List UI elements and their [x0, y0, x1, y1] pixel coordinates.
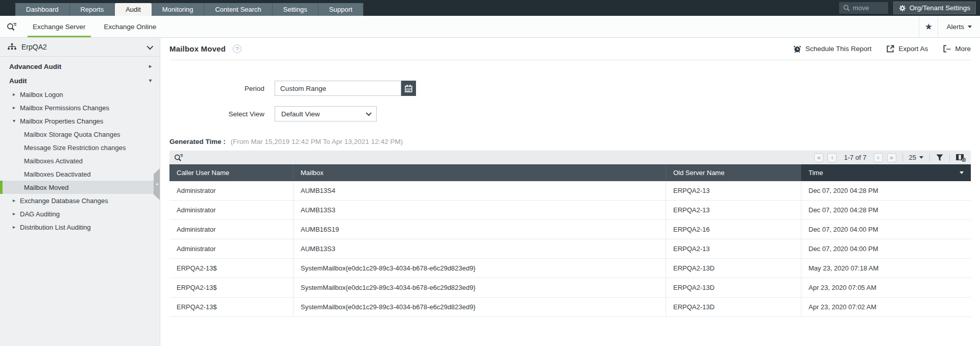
schedule-report-label: Schedule This Report — [805, 45, 872, 53]
cell-time: Dec 07, 2020 04:00 PM — [801, 220, 971, 239]
global-search-box[interactable] — [839, 2, 888, 14]
tab-label: Exchange Server — [33, 23, 86, 31]
tab-label: Reports — [81, 6, 104, 13]
tab-exchange-server[interactable]: Exchange Server — [23, 16, 95, 37]
cell-caller-user-name: ERPQA2-13$ — [169, 259, 293, 278]
sidebar-item-mailbox-moved[interactable]: Mailbox Moved — [0, 181, 160, 194]
column-chooser-button[interactable] — [956, 154, 966, 162]
cell-mailbox: AUMB16S19 — [293, 220, 666, 239]
cell-mailbox: SystemMailbox{e0dc1c29-89c3-4034-b678-e6… — [293, 298, 666, 316]
cell-caller-user-name: ERPQA2-13$ — [169, 298, 293, 316]
pagination-range: 1-7 of 7 — [844, 154, 866, 161]
cell-time: Apr 23, 2020 07:05 AM — [801, 278, 971, 297]
calendar-button[interactable] — [401, 81, 416, 96]
select-view-row: Select View Default View — [169, 106, 971, 121]
last-page-button[interactable]: » — [887, 153, 896, 162]
cell-caller-user-name: ERPQA2-13$ — [169, 278, 293, 297]
sidebar-item-label: Mailbox Properties Changes — [20, 117, 103, 125]
gear-icon — [899, 5, 906, 12]
tab-reports[interactable]: Reports — [70, 3, 115, 16]
cell-mailbox: SystemMailbox{e0dc1c29-89c3-4034-b678-e6… — [293, 259, 666, 278]
sidebar-item-exchange-database-changes[interactable]: ▸ Exchange Database Changes — [0, 194, 160, 207]
table-row[interactable]: ERPQA2-13$ SystemMailbox{e0dc1c29-89c3-4… — [169, 278, 971, 298]
table-row[interactable]: Administrator AUMB13S3 ERPQA2-13 Dec 07,… — [169, 239, 971, 259]
sidebar-item-distribution-list-auditing[interactable]: ▸ Distribution List Auditing — [0, 220, 160, 234]
chevron-left-icon: ◂ — [156, 182, 158, 186]
sidebar-item-mailbox-logon[interactable]: ▸ Mailbox Logon — [0, 88, 160, 101]
org-selector[interactable]: ErpQA2 — [0, 38, 160, 57]
tab-label: Monitoring — [162, 6, 193, 13]
org-tenant-settings-button[interactable]: Org/Tenant Settings — [893, 2, 976, 14]
page-size-dropdown[interactable]: 25 — [909, 154, 923, 161]
cell-mailbox: AUMB13S3 — [293, 239, 666, 258]
help-icon[interactable]: ? — [233, 44, 241, 53]
cell-time: Dec 07, 2020 04:00 PM — [801, 239, 971, 258]
more-label: More — [955, 45, 971, 53]
org-hierarchy-icon — [8, 43, 16, 51]
sidebar-item-mailbox-storage-quota-changes[interactable]: Mailbox Storage Quota Changes — [0, 128, 160, 141]
filter-icon — [936, 154, 943, 161]
next-page-button[interactable]: › — [874, 153, 883, 162]
cell-old-server-name: ERPQA2-13 — [666, 181, 801, 200]
table-search-button[interactable] — [174, 154, 183, 162]
sidebar-item-mailboxes-deactivated[interactable]: Mailboxes Deactivated — [0, 167, 160, 181]
sort-descending-icon[interactable] — [960, 171, 964, 174]
sidebar-item-mailbox-properties-changes[interactable]: ▾ Mailbox Properties Changes — [0, 114, 160, 128]
cell-caller-user-name: Administrator — [169, 239, 293, 258]
table-row[interactable]: Administrator AUMB13S3 ERPQA2-13 Dec 07,… — [169, 201, 971, 220]
cell-old-server-name: ERPQA2-13 — [666, 201, 801, 219]
tab-dashboard[interactable]: Dashboard — [15, 3, 70, 16]
chevron-down-icon — [147, 43, 154, 50]
sidebar-item-dag-auditing[interactable]: ▸ DAG Auditing — [0, 207, 160, 220]
sidebar-item-label: DAG Auditing — [20, 210, 60, 218]
schedule-report-button[interactable]: Schedule This Report — [793, 45, 872, 53]
topnav-right-area: Org/Tenant Settings — [839, 0, 980, 16]
column-header-label: Old Server Name — [673, 169, 724, 177]
column-header-old-server-name[interactable]: Old Server Name — [666, 164, 801, 181]
sidebar-item-message-size-restriction-changes[interactable]: Message Size Restriction changes — [0, 141, 160, 154]
top-nav-tabs: Dashboard Reports Audit Monitoring Conte… — [15, 3, 363, 16]
column-header-label: Mailbox — [301, 169, 324, 177]
period-input[interactable] — [275, 81, 401, 96]
cell-mailbox: AUMB13S3 — [293, 201, 666, 219]
previous-page-button[interactable]: ‹ — [827, 153, 837, 162]
filter-button[interactable] — [936, 154, 943, 161]
chevron-down-icon: ▾ — [149, 78, 152, 83]
export-as-label: Export As — [898, 45, 928, 53]
more-button[interactable]: More — [943, 45, 971, 53]
report-search-button[interactable] — [0, 16, 23, 37]
chevron-right-icon: ▸ — [13, 198, 15, 203]
table-row[interactable]: ERPQA2-13$ SystemMailbox{e0dc1c29-89c3-4… — [169, 259, 971, 278]
sidebar-item-advanced-audit[interactable]: Advanced Audit ▸ — [0, 59, 160, 73]
period-row: Period — [169, 81, 971, 96]
tab-support[interactable]: Support — [318, 3, 364, 16]
tab-audit[interactable]: Audit — [115, 3, 152, 16]
tab-content-search[interactable]: Content Search — [204, 3, 272, 16]
tab-exchange-online[interactable]: Exchange Online — [95, 16, 166, 37]
sidebar-item-mailboxes-activated[interactable]: Mailboxes Activated — [0, 154, 160, 167]
tab-label: Exchange Online — [104, 23, 157, 31]
column-header-caller-user-name[interactable]: Caller User Name — [169, 164, 293, 181]
tab-label: Settings — [283, 6, 307, 13]
table-row[interactable]: Administrator AUMB13S4 ERPQA2-13 Dec 07,… — [169, 181, 971, 201]
sidebar-item-mailbox-permissions-changes[interactable]: ▸ Mailbox Permissions Changes — [0, 101, 160, 114]
chevron-down-icon: ▾ — [13, 118, 15, 123]
tab-settings[interactable]: Settings — [273, 3, 318, 16]
column-header-time[interactable]: Time — [801, 164, 971, 181]
sidebar-item-label: Mailbox Permissions Changes — [20, 104, 109, 112]
tab-monitoring[interactable]: Monitoring — [152, 3, 205, 16]
table-row[interactable]: ERPQA2-13$ SystemMailbox{e0dc1c29-89c3-4… — [169, 298, 971, 317]
tab-label: Support — [329, 6, 353, 13]
org-tenant-settings-label: Org/Tenant Settings — [910, 4, 970, 12]
column-header-mailbox[interactable]: Mailbox — [293, 164, 666, 181]
sidebar-item-audit[interactable]: Audit ▾ — [0, 73, 160, 88]
view-select[interactable]: Default View — [275, 106, 377, 121]
search-input[interactable] — [853, 4, 884, 12]
favorites-button[interactable]: ★ — [919, 16, 938, 37]
export-as-button[interactable]: Export As — [887, 45, 928, 53]
table-row[interactable]: Administrator AUMB16S19 ERPQA2-16 Dec 07… — [169, 220, 971, 239]
first-page-button[interactable]: « — [814, 153, 823, 162]
column-header-label: Time — [808, 169, 823, 177]
chevron-right-icon: ▸ — [13, 105, 15, 110]
alerts-dropdown[interactable]: Alerts — [938, 16, 980, 37]
